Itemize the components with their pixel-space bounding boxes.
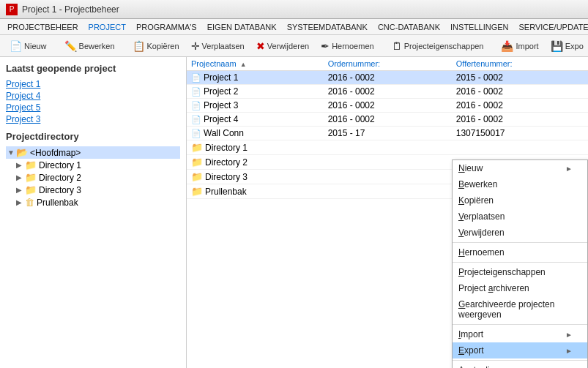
ctx-move[interactable]: Verplaatsen <box>453 209 587 225</box>
import-button[interactable]: 📥 Import <box>496 38 543 54</box>
col-projectnaam-label: Projectnaam <box>191 59 237 68</box>
cell-offer <box>452 140 588 155</box>
new-label: Nieuw <box>24 42 47 50</box>
cell-offer: 2016 - 0002 <box>452 113 588 127</box>
ctx-refresh[interactable]: Aactualiseren <box>453 362 587 368</box>
menu-eigen-databank[interactable]: EIGEN DATABANK <box>203 21 281 33</box>
tree-arrow-dir2: ▶ <box>16 173 25 181</box>
tree-arrow-dir1: ▶ <box>16 161 25 169</box>
menu-projectbeheer[interactable]: PROJECTBEHEER <box>3 21 83 33</box>
tree-trash[interactable]: ▶ 🗑 Prullenbak <box>6 196 180 209</box>
title-bar: P Project 1 - Projectbeheer <box>0 0 588 19</box>
copy-label: Kopiëren <box>147 42 179 50</box>
delete-icon: ✖ <box>256 40 265 52</box>
recent-projects-title: Laatst geopende project <box>6 63 180 74</box>
menu-systeemdatabank[interactable]: SYSTEEMDATABANK <box>283 21 372 33</box>
menu-cnc-databank[interactable]: CNC-DATABANK <box>373 21 444 33</box>
table-row[interactable]: 📄Project 22016 - 00022016 - 0002 <box>187 85 588 99</box>
folder-row-icon: 📁 <box>191 171 203 182</box>
cell-offer: 1307150017 <box>452 127 588 140</box>
copy-button[interactable]: 📋 Kopiëren <box>127 38 185 54</box>
menu-instellingen-label: INSTELLINGEN <box>450 23 508 31</box>
recent-project-4[interactable]: Project 3 <box>6 113 180 125</box>
tree-arrow-root: ▼ <box>7 149 16 157</box>
edit-button[interactable]: ✏️ Bewerken <box>59 38 120 54</box>
project-row-icon: 📄 <box>191 129 201 138</box>
menu-project[interactable]: PROJECT <box>84 21 130 33</box>
ctx-show-archived[interactable]: Gearchiveerde projecten weergeven <box>453 296 587 323</box>
table-row[interactable]: 📄Project 32016 - 00022016 - 0002 <box>187 99 588 113</box>
folder-icon-dir2: 📁 <box>25 172 37 183</box>
rename-button[interactable]: ✒ Hernoemen <box>316 38 379 54</box>
export-button[interactable]: 💾 Expo <box>546 38 588 54</box>
move-icon: ✛ <box>191 40 200 52</box>
ctx-archive-label: Project archiveren <box>458 283 529 293</box>
ctx-edit[interactable]: Bewerken <box>453 176 587 192</box>
tree-dir1[interactable]: ▶ 📁 Directory 1 <box>6 159 180 171</box>
new-button[interactable]: 📄 Nieuw <box>4 38 52 54</box>
cell-order <box>324 170 452 184</box>
cell-name: 📁Directory 2 <box>187 155 324 170</box>
ctx-sep-3 <box>453 324 587 325</box>
props-button[interactable]: 🗒 Projecteigenschappen <box>387 38 489 54</box>
tree-dir1-label: Directory 1 <box>39 160 81 170</box>
menu-bar: PROJECTBEHEER PROJECT PROGRAMMA'S EIGEN … <box>0 19 588 35</box>
menu-service-update-label: SERVICE/UPDATE <box>519 23 588 31</box>
ctx-delete[interactable]: Verwijderen <box>453 225 587 241</box>
move-label: Verplaatsen <box>202 42 245 50</box>
project-row-icon: 📄 <box>191 115 201 124</box>
cell-offer: 2016 - 0002 <box>452 85 588 99</box>
project-row-icon: 📄 <box>191 73 201 82</box>
ctx-export[interactable]: Export ► <box>453 342 587 358</box>
ctx-archive[interactable]: Project archiveren <box>453 280 587 296</box>
project-row-icon: 📄 <box>191 87 201 96</box>
ctx-import[interactable]: Import ► <box>453 326 587 342</box>
col-ordernummer[interactable]: Ordernummer: <box>324 57 452 71</box>
col-ordernummer-label: Ordernummer: <box>328 59 381 68</box>
sort-arrow-up: ▲ <box>240 61 247 68</box>
ctx-new[interactable]: Nieuw ► <box>453 160 587 176</box>
tree-root[interactable]: ▼ 📂 <Hoofdmap> <box>6 146 180 159</box>
ctx-export-arrow: ► <box>565 347 573 355</box>
menu-systeemdatabank-label: SYSTEEMDATABANK <box>287 23 368 31</box>
menu-cnc-databank-label: CNC-DATABANK <box>378 23 440 31</box>
menu-programmas[interactable]: PROGRAMMA'S <box>132 21 201 33</box>
ctx-new-label: Nieuw <box>458 163 483 173</box>
move-button[interactable]: ✛ Verplaatsen <box>186 38 250 54</box>
ctx-move-label: Verplaatsen <box>458 211 505 222</box>
cell-name: 📁Directory 1 <box>187 140 324 155</box>
col-offertenummer[interactable]: Offertenummer: <box>452 57 588 71</box>
ctx-rename[interactable]: Hernoemen <box>453 244 587 260</box>
tree-arrow-trash: ▶ <box>16 198 25 206</box>
folder-icon-dir3: 📁 <box>25 184 37 195</box>
table-row[interactable]: 📄Project 12016 - 00022015 - 0002 <box>187 71 588 85</box>
cell-offer: 2015 - 0002 <box>452 71 588 85</box>
right-panel: Projectnaam ▲ Ordernummer: Offertenummer… <box>187 57 588 368</box>
recent-project-3[interactable]: Project 5 <box>6 102 180 113</box>
table-row[interactable]: 📁Directory 1 <box>187 140 588 155</box>
tree-dir2[interactable]: ▶ 📁 Directory 2 <box>6 171 180 184</box>
cell-name: 📁Prullenbak <box>187 184 324 199</box>
menu-instellingen[interactable]: INSTELLINGEN <box>446 21 513 33</box>
context-menu: Nieuw ► Bewerken Kopiëren Verplaatsen Ve… <box>452 159 588 368</box>
ctx-edit-label: Bewerken <box>458 179 497 189</box>
menu-service-update[interactable]: SERVICE/UPDATE <box>515 21 588 33</box>
recent-project-1[interactable]: Project 1 <box>6 78 180 90</box>
cell-name: 📄Project 3 <box>187 99 324 113</box>
cell-order <box>324 155 452 170</box>
delete-button[interactable]: ✖ Verwijderen <box>251 38 314 54</box>
props-label: Projecteigenschappen <box>404 42 484 50</box>
ctx-copy[interactable]: Kopiëren <box>453 192 587 209</box>
edit-label: Bewerken <box>79 42 115 50</box>
table-row[interactable]: 📄Project 42016 - 00022016 - 0002 <box>187 113 588 127</box>
left-panel: Laatst geopende project Project 1 Projec… <box>0 57 187 368</box>
tree-dir3[interactable]: ▶ 📁 Directory 3 <box>6 184 180 196</box>
recent-project-2[interactable]: Project 4 <box>6 90 180 102</box>
col-projectnaam[interactable]: Projectnaam ▲ <box>187 57 324 71</box>
table-row[interactable]: 📄Wall Conn2015 - 171307150017 <box>187 127 588 140</box>
ctx-props[interactable]: Projecteigenschappen <box>453 264 587 280</box>
import-icon: 📥 <box>501 40 513 52</box>
ctx-new-arrow: ► <box>565 165 573 173</box>
ctx-sep-4 <box>453 360 587 361</box>
tree-dir3-label: Directory 3 <box>39 185 81 195</box>
